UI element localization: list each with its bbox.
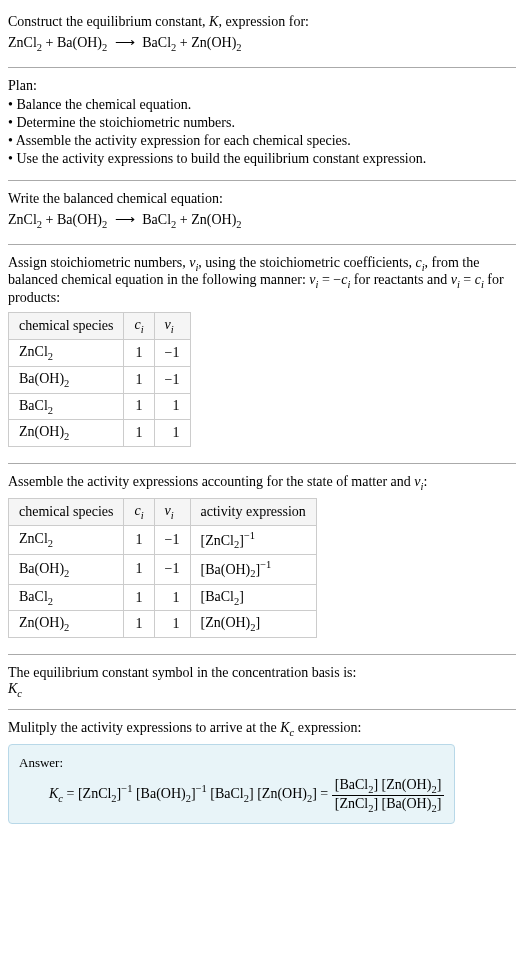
vi-cell: −1 [154, 525, 190, 554]
activity-cell: [BaCl2] [190, 584, 316, 611]
ci-cell: 1 [124, 366, 154, 393]
species-cell: BaCl2 [9, 393, 124, 420]
ci-cell: 1 [124, 555, 154, 584]
species-cell: BaCl2 [9, 584, 124, 611]
header-equation: ZnCl2 + Ba(OH)2 ⟶ BaCl2 + Zn(OH)2 [8, 30, 516, 57]
balanced-heading: Write the balanced chemical equation: [8, 191, 516, 207]
vi-cell: −1 [154, 366, 190, 393]
ci-cell: 1 [124, 611, 154, 638]
ci-cell: 1 [124, 420, 154, 447]
fraction-numerator: [BaCl2] [Zn(OH)2] [332, 777, 445, 796]
plan-item: • Balance the chemical equation. [8, 96, 516, 114]
plan-item: • Assemble the activity expression for e… [8, 132, 516, 150]
kc-symbol: Kc [8, 681, 516, 699]
table-row: Ba(OH)2 1 −1 [Ba(OH)2]−1 [9, 555, 317, 584]
species-cell: ZnCl2 [9, 339, 124, 366]
answer-lhs: Kc = [ZnCl2]−1 [Ba(OH)2]−1 [BaCl2] [Zn(O… [49, 786, 332, 801]
divider [8, 180, 516, 181]
plan-list: • Balance the chemical equation. • Deter… [8, 94, 516, 170]
plan-item: • Use the activity expressions to build … [8, 150, 516, 168]
title-suffix: , expression for: [218, 14, 309, 29]
vi-cell: −1 [154, 339, 190, 366]
activity-cell: [Ba(OH)2]−1 [190, 555, 316, 584]
plan-section: Plan: • Balance the chemical equation. •… [8, 72, 516, 176]
vi-cell: 1 [154, 420, 190, 447]
divider [8, 463, 516, 464]
species-cell: Zn(OH)2 [9, 420, 124, 447]
assign-text: Assign stoichiometric numbers, νi, using… [8, 255, 516, 307]
header-title: Construct the equilibrium constant, K, e… [8, 14, 516, 30]
table-header: chemical species [9, 313, 124, 340]
header-section: Construct the equilibrium constant, K, e… [8, 8, 516, 63]
ci-cell: 1 [124, 525, 154, 554]
vi-cell: −1 [154, 555, 190, 584]
table-row: ZnCl2 1 −1 [ZnCl2]−1 [9, 525, 317, 554]
title-k: K [209, 14, 218, 29]
divider [8, 244, 516, 245]
activity-cell: [ZnCl2]−1 [190, 525, 316, 554]
plan-heading: Plan: [8, 78, 516, 94]
symbol-text: The equilibrium constant symbol in the c… [8, 665, 516, 681]
divider [8, 67, 516, 68]
vi-cell: 1 [154, 584, 190, 611]
assign-section: Assign stoichiometric numbers, νi, using… [8, 249, 516, 460]
species-cell: Ba(OH)2 [9, 555, 124, 584]
vi-cell: 1 [154, 611, 190, 638]
table-header-row: chemical species ci νi [9, 313, 191, 340]
answer-box: Answer: Kc = [ZnCl2]−1 [Ba(OH)2]−1 [BaCl… [8, 744, 455, 825]
table-header-row: chemical species ci νi activity expressi… [9, 498, 317, 525]
stoichiometric-table: chemical species ci νi ZnCl2 1 −1 Ba(OH)… [8, 312, 191, 447]
table-header: ci [124, 313, 154, 340]
table-row: Zn(OH)2 1 1 [9, 420, 191, 447]
table-header: ci [124, 498, 154, 525]
species-cell: ZnCl2 [9, 525, 124, 554]
answer-label: Answer: [19, 755, 444, 771]
activity-cell: [Zn(OH)2] [190, 611, 316, 638]
balanced-equation: ZnCl2 + Ba(OH)2 ⟶ BaCl2 + Zn(OH)2 [8, 207, 516, 234]
activity-table: chemical species ci νi activity expressi… [8, 498, 317, 638]
balanced-section: Write the balanced chemical equation: Zn… [8, 185, 516, 240]
divider [8, 654, 516, 655]
activity-text: Assemble the activity expressions accoun… [8, 474, 516, 492]
table-row: Zn(OH)2 1 1 [Zn(OH)2] [9, 611, 317, 638]
ci-cell: 1 [124, 339, 154, 366]
table-header: νi [154, 498, 190, 525]
divider [8, 709, 516, 710]
table-header: chemical species [9, 498, 124, 525]
table-row: BaCl2 1 1 [9, 393, 191, 420]
ci-cell: 1 [124, 584, 154, 611]
symbol-section: The equilibrium constant symbol in the c… [8, 659, 516, 705]
table-header: νi [154, 313, 190, 340]
vi-cell: 1 [154, 393, 190, 420]
answer-equation: Kc = [ZnCl2]−1 [Ba(OH)2]−1 [BaCl2] [Zn(O… [19, 777, 444, 814]
table-header: activity expression [190, 498, 316, 525]
activity-section: Assemble the activity expressions accoun… [8, 468, 516, 650]
title-prefix: Construct the equilibrium constant, [8, 14, 209, 29]
multiply-text: Mulitply the activity expressions to arr… [8, 720, 516, 738]
plan-item: • Determine the stoichiometric numbers. [8, 114, 516, 132]
ci-cell: 1 [124, 393, 154, 420]
table-row: Ba(OH)2 1 −1 [9, 366, 191, 393]
table-row: BaCl2 1 1 [BaCl2] [9, 584, 317, 611]
species-cell: Zn(OH)2 [9, 611, 124, 638]
multiply-section: Mulitply the activity expressions to arr… [8, 714, 516, 836]
table-row: ZnCl2 1 −1 [9, 339, 191, 366]
answer-fraction: [BaCl2] [Zn(OH)2][ZnCl2] [Ba(OH)2] [332, 777, 445, 814]
fraction-denominator: [ZnCl2] [Ba(OH)2] [332, 796, 445, 814]
species-cell: Ba(OH)2 [9, 366, 124, 393]
